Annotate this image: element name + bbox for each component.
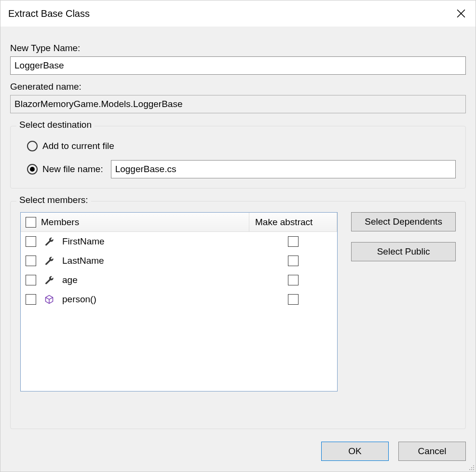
wrench-icon [44, 256, 54, 266]
make-abstract-checkbox[interactable] [288, 294, 299, 305]
select-all-checkbox[interactable] [26, 217, 36, 228]
member-select-checkbox[interactable] [26, 256, 36, 266]
header-members-label: Members [41, 217, 79, 228]
svg-point-5 [469, 469, 470, 470]
table-row[interactable]: person() [21, 290, 337, 309]
dialog-content: New Type Name: Generated name: Select de… [0, 27, 476, 429]
table-row[interactable]: LastName [21, 251, 337, 270]
new-file-name-input[interactable] [111, 160, 456, 178]
ok-button[interactable]: OK [321, 442, 389, 461]
select-public-button[interactable]: Select Public [351, 242, 456, 261]
make-abstract-checkbox[interactable] [288, 256, 299, 266]
resize-grip-icon[interactable] [467, 463, 475, 471]
extract-base-class-dialog: Extract Base Class New Type Name: Genera… [0, 0, 476, 472]
generated-name-field [10, 95, 466, 113]
member-icon [43, 237, 55, 246]
member-icon [43, 295, 55, 304]
dialog-title: Extract Base Class [8, 8, 90, 19]
dialog-footer: OK Cancel [0, 429, 476, 472]
close-button[interactable] [447, 0, 476, 27]
svg-point-4 [473, 467, 474, 468]
new-type-name-label: New Type Name: [10, 43, 466, 54]
header-abstract-label: Make abstract [255, 217, 313, 228]
select-dependents-button[interactable]: Select Dependents [351, 212, 456, 231]
members-rows: FirstNameLastNameageperson() [21, 232, 337, 309]
member-name: age [62, 275, 78, 285]
member-icon [43, 256, 55, 266]
svg-point-6 [471, 469, 472, 470]
generated-name-label: Generated name: [10, 81, 466, 92]
member-select-checkbox[interactable] [26, 275, 36, 285]
wrench-icon [44, 275, 54, 285]
titlebar: Extract Base Class [0, 0, 476, 27]
members-body: Members Make abstract FirstNameLastNamea… [20, 212, 456, 421]
table-row[interactable]: age [21, 270, 337, 290]
svg-point-2 [473, 465, 474, 466]
destination-legend: Select destination [16, 120, 95, 130]
members-table: Members Make abstract FirstNameLastNamea… [20, 212, 338, 391]
member-name: person() [62, 294, 96, 305]
header-abstract[interactable]: Make abstract [249, 213, 337, 231]
cube-icon [44, 295, 54, 304]
make-abstract-checkbox[interactable] [288, 275, 299, 285]
member-name: LastName [62, 256, 104, 266]
destination-group: Select destination Add to current file N… [10, 126, 466, 189]
new-type-name-input[interactable] [10, 56, 466, 75]
radio-new-file-row[interactable]: New file name: [27, 160, 456, 178]
members-group: Select members: Members Make abstract Fi… [10, 201, 466, 429]
members-legend: Select members: [16, 195, 91, 205]
member-name: FirstName [62, 236, 105, 247]
svg-point-7 [473, 469, 474, 470]
table-row[interactable]: FirstName [21, 232, 337, 251]
side-buttons: Select Dependents Select Public [351, 212, 456, 421]
member-icon [43, 275, 55, 285]
radio-new-file-label: New file name: [42, 164, 103, 175]
radio-new-file[interactable] [27, 164, 38, 175]
member-select-checkbox[interactable] [26, 294, 36, 305]
make-abstract-checkbox[interactable] [288, 236, 299, 247]
cancel-button[interactable]: Cancel [398, 442, 466, 461]
header-members[interactable]: Members [26, 213, 249, 231]
radio-add-to-current-row[interactable]: Add to current file [27, 141, 456, 151]
member-select-checkbox[interactable] [26, 236, 36, 247]
svg-point-3 [471, 467, 472, 468]
radio-add-to-current[interactable] [27, 141, 38, 151]
close-icon [457, 9, 465, 18]
radio-add-to-current-label: Add to current file [42, 141, 114, 151]
members-table-header: Members Make abstract [21, 213, 337, 232]
wrench-icon [44, 237, 54, 246]
